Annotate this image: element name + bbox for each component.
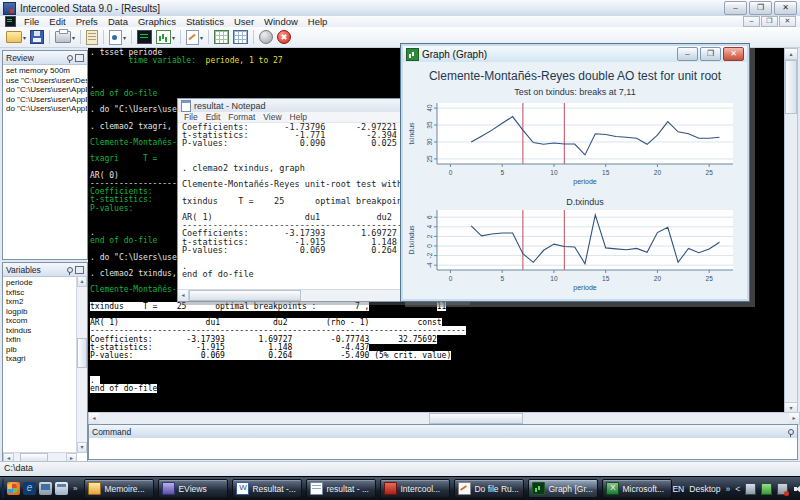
graph-titlebar[interactable]: Graph (Graph) – ❐ ✕ [403, 46, 747, 62]
variable-item[interactable]: pib [6, 345, 77, 355]
data-browser-button[interactable] [231, 28, 250, 46]
menu-help[interactable]: Help [303, 16, 333, 27]
do-editor-button[interactable]: ▾ [184, 28, 205, 46]
data-editor-button[interactable] [212, 28, 231, 46]
internet-explorer-icon[interactable]: e [23, 482, 36, 495]
menu-graphics[interactable]: Graphics [133, 16, 181, 27]
network-disconnected-icon[interactable] [777, 483, 788, 495]
scroll-thumb[interactable] [429, 413, 523, 424]
variables-vscrollbar[interactable]: ▴ ▾ [76, 276, 87, 453]
menu-user[interactable]: User [229, 16, 259, 27]
scroll-up-icon[interactable]: ▴ [77, 276, 87, 287]
pin-icon[interactable] [788, 429, 794, 435]
svg-text:txindus: txindus [408, 122, 415, 145]
menu-view[interactable]: View [259, 112, 285, 122]
dock-icon[interactable] [75, 54, 84, 62]
collapse-tray-icon[interactable]: < [735, 484, 740, 494]
pin-icon[interactable] [67, 55, 73, 61]
menu-data[interactable]: Data [103, 16, 133, 27]
results-line: P-values: 0.069 0.264 -5.490 (5% crit. v… [90, 352, 788, 360]
results-window-button[interactable] [135, 28, 154, 46]
svg-text:10: 10 [550, 275, 558, 282]
variable-item[interactable]: txindus [6, 326, 77, 336]
taskbar-button-stata[interactable]: Intercool... [380, 479, 450, 498]
scroll-left-icon[interactable]: ◂ [178, 290, 189, 301]
command-input[interactable] [89, 438, 797, 459]
variable-item[interactable]: txfisc [6, 288, 77, 298]
minimize-button[interactable]: – [724, 1, 747, 15]
scroll-thumb[interactable] [189, 290, 301, 301]
scroll-right-icon[interactable]: ▸ [789, 413, 799, 424]
close-button[interactable]: ✕ [723, 47, 744, 61]
taskbar-button-excel[interactable]: XMicrosoft... [602, 479, 672, 498]
desktop-toolbar-label[interactable]: Desktop [689, 484, 720, 494]
switch-windows-icon[interactable] [55, 482, 68, 495]
toolbar-separator [208, 30, 209, 44]
menu-window[interactable]: Window [259, 16, 303, 27]
menu-file[interactable]: File [19, 16, 44, 27]
scroll-thumb[interactable] [77, 338, 87, 368]
graph-window-button[interactable]: ▾ [154, 28, 177, 46]
variable-item[interactable]: txagri [6, 354, 77, 364]
break-button[interactable] [275, 28, 293, 46]
pin-icon[interactable] [67, 267, 73, 273]
taskbar-button-eviews[interactable]: EViews [158, 479, 228, 498]
variable-item[interactable]: txfin [6, 335, 77, 345]
variable-item[interactable]: logpib [6, 307, 77, 317]
taskbar-button-dofile[interactable]: Do file Ru... [454, 479, 524, 498]
open-button[interactable]: ▾ [4, 28, 28, 46]
menu-prefs[interactable]: Prefs [71, 16, 103, 27]
menu-edit[interactable]: Edit [202, 112, 225, 122]
review-item[interactable]: do "C:\Users\user\AppDat [6, 95, 87, 105]
log-button[interactable] [84, 28, 100, 46]
restore-button[interactable]: ❐ [700, 47, 721, 61]
menu-edit[interactable]: Edit [44, 16, 70, 27]
mdi-restore-button[interactable]: ❐ [761, 16, 778, 27]
scroll-left-icon[interactable]: ◂ [89, 413, 99, 424]
minimize-button[interactable]: – [677, 47, 698, 61]
variable-item[interactable]: txcom [6, 316, 77, 326]
display-tray-icon[interactable] [745, 483, 756, 495]
mdi-minimize-button[interactable]: – [743, 16, 760, 27]
maximize-button[interactable]: ❐ [749, 1, 772, 15]
menu-help[interactable]: Help [286, 112, 311, 122]
menu-file[interactable]: File [180, 112, 202, 122]
command-pane-header[interactable]: Command [89, 425, 797, 439]
review-list[interactable]: set memory 500muse "C:\Users\user\Deskto… [3, 64, 87, 259]
print-button[interactable]: ▾ [53, 28, 77, 46]
language-indicator[interactable]: EN [672, 484, 684, 494]
menu-statistics[interactable]: Statistics [181, 16, 229, 27]
mdi-close-button[interactable]: ✕ [779, 16, 796, 27]
review-item[interactable]: do "C:\Users\user\AppDat [6, 85, 87, 95]
taskbar-button-resultat-word[interactable]: WResultat -... [232, 479, 302, 498]
taskbar-button-memoire[interactable]: Memoire... [84, 479, 154, 498]
save-button[interactable] [28, 28, 46, 46]
show-desktop-icon[interactable] [39, 482, 52, 495]
start-button[interactable] [2, 478, 4, 499]
chevron-icon[interactable]: » [73, 484, 77, 493]
variable-item[interactable]: periode [6, 278, 77, 288]
variables-panel-header[interactable]: Variables [3, 263, 87, 277]
review-item[interactable]: do "C:\Users\user\AppDat [6, 104, 87, 114]
variable-item[interactable]: txm2 [6, 297, 77, 307]
stata-titlebar[interactable]: Intercooled Stata 9.0 - [Results] – ❐ ✕ [0, 0, 800, 17]
viewer-button[interactable]: ▾ [107, 28, 128, 46]
close-button[interactable]: ✕ [774, 1, 797, 15]
removable-device-tray-icon[interactable] [761, 483, 772, 495]
variables-panel-title: Variables [6, 265, 41, 275]
results-vscrollbar[interactable]: ▴ ▾ [784, 48, 798, 414]
pause-button[interactable] [257, 28, 275, 46]
review-panel-header[interactable]: Review [3, 51, 87, 65]
variables-list[interactable]: periodetxfisctxm2logpibtxcomtxindustxfin… [3, 276, 77, 453]
volume-icon[interactable] [793, 484, 800, 494]
scroll-up-icon[interactable]: ▴ [785, 49, 797, 60]
review-item[interactable]: use "C:\Users\user\Deskto [6, 76, 87, 86]
chevron-icon[interactable]: » [725, 484, 730, 494]
menu-format[interactable]: Format [224, 112, 259, 122]
taskbar-button-resultat-notepad[interactable]: resultat - ... [306, 479, 376, 498]
scroll-down-icon[interactable]: ▾ [77, 442, 87, 453]
review-item[interactable]: set memory 500m [6, 66, 87, 76]
taskbar-button-graph[interactable]: Graph [Gr... [528, 479, 598, 498]
dock-icon[interactable] [75, 266, 84, 274]
scroll-thumb[interactable] [785, 60, 797, 114]
